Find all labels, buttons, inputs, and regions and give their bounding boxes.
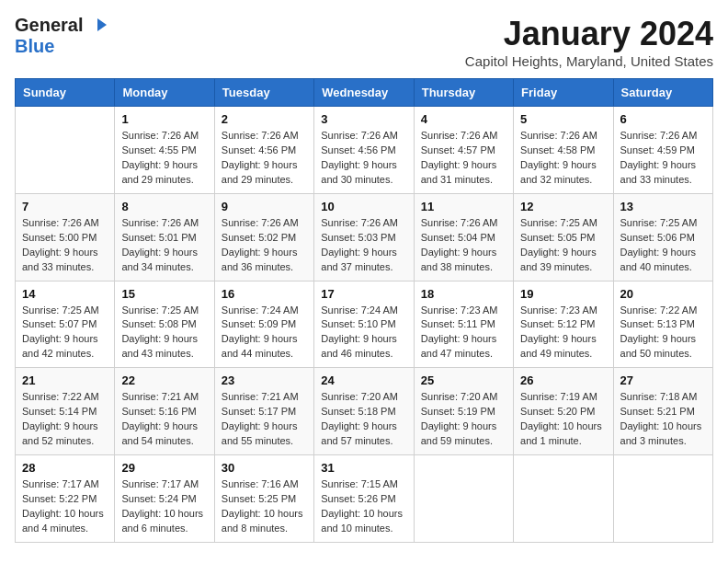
calendar-cell: 10Sunrise: 7:26 AM Sunset: 5:03 PM Dayli… xyxy=(314,193,414,281)
calendar-cell xyxy=(514,455,613,543)
day-number: 1 xyxy=(121,112,207,126)
weekday-header-wednesday: Wednesday xyxy=(314,79,414,107)
day-info: Sunrise: 7:21 AM Sunset: 5:16 PM Dayligh… xyxy=(121,390,207,449)
calendar-cell xyxy=(613,455,712,543)
calendar-cell: 5Sunrise: 7:26 AM Sunset: 4:58 PM Daylig… xyxy=(514,107,613,194)
weekday-header-friday: Friday xyxy=(514,79,613,107)
day-number: 17 xyxy=(321,287,406,301)
day-number: 28 xyxy=(22,461,108,475)
subtitle: Capitol Heights, Maryland, United States xyxy=(465,53,713,69)
day-number: 5 xyxy=(520,112,606,126)
day-info: Sunrise: 7:26 AM Sunset: 4:57 PM Dayligh… xyxy=(421,129,506,188)
calendar-cell: 24Sunrise: 7:20 AM Sunset: 5:18 PM Dayli… xyxy=(314,368,414,455)
calendar-cell: 27Sunrise: 7:18 AM Sunset: 5:21 PM Dayli… xyxy=(613,368,712,455)
calendar-cell: 18Sunrise: 7:23 AM Sunset: 5:11 PM Dayli… xyxy=(414,281,513,368)
day-info: Sunrise: 7:23 AM Sunset: 5:12 PM Dayligh… xyxy=(520,304,606,362)
day-info: Sunrise: 7:26 AM Sunset: 4:56 PM Dayligh… xyxy=(321,129,406,188)
calendar-cell: 26Sunrise: 7:19 AM Sunset: 5:20 PM Dayli… xyxy=(514,368,613,455)
logo: General Blue xyxy=(15,15,107,57)
calendar-cell: 16Sunrise: 7:24 AM Sunset: 5:09 PM Dayli… xyxy=(214,281,313,368)
day-number: 20 xyxy=(620,287,706,301)
day-info: Sunrise: 7:19 AM Sunset: 5:20 PM Dayligh… xyxy=(520,390,606,449)
day-number: 12 xyxy=(520,200,606,213)
day-info: Sunrise: 7:15 AM Sunset: 5:26 PM Dayligh… xyxy=(321,477,406,536)
calendar-cell: 30Sunrise: 7:16 AM Sunset: 5:25 PM Dayli… xyxy=(214,455,313,543)
calendar-cell: 17Sunrise: 7:24 AM Sunset: 5:10 PM Dayli… xyxy=(314,281,414,368)
calendar-cell: 31Sunrise: 7:15 AM Sunset: 5:26 PM Dayli… xyxy=(314,455,414,543)
calendar-cell xyxy=(414,455,513,543)
calendar-cell: 1Sunrise: 7:26 AM Sunset: 4:55 PM Daylig… xyxy=(115,107,214,194)
calendar-cell: 22Sunrise: 7:21 AM Sunset: 5:16 PM Dayli… xyxy=(115,368,214,455)
day-number: 22 xyxy=(121,373,207,387)
calendar-cell: 9Sunrise: 7:26 AM Sunset: 5:02 PM Daylig… xyxy=(214,193,313,281)
day-number: 15 xyxy=(121,287,207,301)
day-number: 10 xyxy=(321,200,406,213)
weekday-header-row: SundayMondayTuesdayWednesdayThursdayFrid… xyxy=(16,79,713,107)
day-number: 23 xyxy=(222,373,307,387)
calendar-body: 1Sunrise: 7:26 AM Sunset: 4:55 PM Daylig… xyxy=(16,107,713,543)
calendar-cell: 21Sunrise: 7:22 AM Sunset: 5:14 PM Dayli… xyxy=(16,368,115,455)
day-number: 9 xyxy=(222,200,307,213)
day-number: 30 xyxy=(222,461,307,475)
day-number: 11 xyxy=(421,200,506,213)
day-number: 14 xyxy=(22,287,108,301)
day-number: 29 xyxy=(121,461,207,475)
day-number: 6 xyxy=(620,112,706,126)
day-info: Sunrise: 7:18 AM Sunset: 5:21 PM Dayligh… xyxy=(620,390,706,449)
calendar-cell: 2Sunrise: 7:26 AM Sunset: 4:56 PM Daylig… xyxy=(214,107,313,194)
main-title: January 2024 xyxy=(465,15,713,53)
day-number: 18 xyxy=(421,287,506,301)
day-info: Sunrise: 7:20 AM Sunset: 5:19 PM Dayligh… xyxy=(421,390,506,449)
day-number: 27 xyxy=(620,373,706,387)
day-info: Sunrise: 7:20 AM Sunset: 5:18 PM Dayligh… xyxy=(321,390,406,449)
day-info: Sunrise: 7:17 AM Sunset: 5:22 PM Dayligh… xyxy=(22,477,108,536)
day-info: Sunrise: 7:26 AM Sunset: 5:04 PM Dayligh… xyxy=(421,216,506,275)
day-info: Sunrise: 7:26 AM Sunset: 5:00 PM Dayligh… xyxy=(22,216,108,275)
logo-flag-icon xyxy=(86,17,107,35)
day-info: Sunrise: 7:26 AM Sunset: 4:58 PM Dayligh… xyxy=(520,129,606,188)
calendar-cell: 15Sunrise: 7:25 AM Sunset: 5:08 PM Dayli… xyxy=(115,281,214,368)
calendar-cell xyxy=(16,107,115,194)
logo-blue-text: Blue xyxy=(15,36,54,56)
week-row-4: 21Sunrise: 7:22 AM Sunset: 5:14 PM Dayli… xyxy=(16,368,713,455)
day-number: 26 xyxy=(520,373,606,387)
day-number: 3 xyxy=(321,112,406,126)
week-row-1: 1Sunrise: 7:26 AM Sunset: 4:55 PM Daylig… xyxy=(16,107,713,194)
header: General Blue January 2024 Capitol Height… xyxy=(15,15,713,69)
day-number: 4 xyxy=(421,112,506,126)
day-info: Sunrise: 7:26 AM Sunset: 4:56 PM Dayligh… xyxy=(222,129,307,188)
calendar-table: SundayMondayTuesdayWednesdayThursdayFrid… xyxy=(15,78,713,543)
day-info: Sunrise: 7:25 AM Sunset: 5:08 PM Dayligh… xyxy=(121,304,207,362)
day-number: 16 xyxy=(222,287,307,301)
calendar-cell: 8Sunrise: 7:26 AM Sunset: 5:01 PM Daylig… xyxy=(115,193,214,281)
calendar-header: SundayMondayTuesdayWednesdayThursdayFrid… xyxy=(16,79,713,107)
calendar-cell: 28Sunrise: 7:17 AM Sunset: 5:22 PM Dayli… xyxy=(16,455,115,543)
day-info: Sunrise: 7:26 AM Sunset: 5:03 PM Dayligh… xyxy=(321,216,406,275)
day-number: 2 xyxy=(222,112,307,126)
day-number: 24 xyxy=(321,373,406,387)
day-info: Sunrise: 7:23 AM Sunset: 5:11 PM Dayligh… xyxy=(421,304,506,362)
calendar-cell: 20Sunrise: 7:22 AM Sunset: 5:13 PM Dayli… xyxy=(613,281,712,368)
day-number: 25 xyxy=(421,373,506,387)
week-row-3: 14Sunrise: 7:25 AM Sunset: 5:07 PM Dayli… xyxy=(16,281,713,368)
calendar-cell: 4Sunrise: 7:26 AM Sunset: 4:57 PM Daylig… xyxy=(414,107,513,194)
calendar-cell: 3Sunrise: 7:26 AM Sunset: 4:56 PM Daylig… xyxy=(314,107,414,194)
day-number: 31 xyxy=(321,461,406,475)
day-number: 7 xyxy=(22,200,108,213)
day-info: Sunrise: 7:22 AM Sunset: 5:14 PM Dayligh… xyxy=(22,390,108,449)
day-info: Sunrise: 7:26 AM Sunset: 5:01 PM Dayligh… xyxy=(121,216,207,275)
calendar-cell: 11Sunrise: 7:26 AM Sunset: 5:04 PM Dayli… xyxy=(414,193,513,281)
week-row-2: 7Sunrise: 7:26 AM Sunset: 5:00 PM Daylig… xyxy=(16,193,713,281)
logo-general-text: General xyxy=(15,15,83,36)
day-info: Sunrise: 7:21 AM Sunset: 5:17 PM Dayligh… xyxy=(222,390,307,449)
weekday-header-monday: Monday xyxy=(115,79,214,107)
calendar-cell: 13Sunrise: 7:25 AM Sunset: 5:06 PM Dayli… xyxy=(613,193,712,281)
day-info: Sunrise: 7:25 AM Sunset: 5:05 PM Dayligh… xyxy=(520,216,606,275)
day-info: Sunrise: 7:25 AM Sunset: 5:07 PM Dayligh… xyxy=(22,304,108,362)
day-number: 21 xyxy=(22,373,108,387)
day-info: Sunrise: 7:22 AM Sunset: 5:13 PM Dayligh… xyxy=(620,304,706,362)
day-number: 13 xyxy=(620,200,706,213)
calendar-cell: 6Sunrise: 7:26 AM Sunset: 4:59 PM Daylig… xyxy=(613,107,712,194)
calendar-cell: 25Sunrise: 7:20 AM Sunset: 5:19 PM Dayli… xyxy=(414,368,513,455)
day-number: 8 xyxy=(121,200,207,213)
